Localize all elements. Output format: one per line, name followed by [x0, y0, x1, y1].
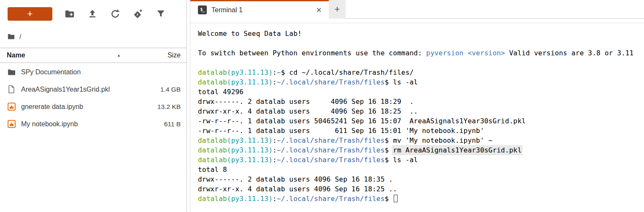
terminal-text-segment: ~/.local/share/Trash/files: [277, 156, 385, 164]
file-row[interactable]: AreaASignals1Year1sGrid.pkl1.4 GB: [0, 81, 187, 98]
file-name: My notebook.ipynb: [21, 120, 78, 128]
terminal-text-segment: :: [273, 136, 277, 144]
terminal-text-segment: :: [273, 146, 277, 154]
terminal-line: total 8: [198, 165, 644, 174]
file-size: 13.2 KB: [154, 103, 181, 111]
terminal-text-segment: rm AreaASignals1Year30sGrid.pkl: [393, 146, 522, 154]
notebook-icon: [8, 103, 16, 111]
sort-caret-up-icon[interactable]: ▲: [117, 53, 121, 57]
terminal-line: datalab(py3.11.13):~/.local/share/Trash/…: [198, 155, 644, 165]
terminal-line: drwxr-xr-x. 4 datalab users 4096 Sep 16 …: [198, 106, 644, 116]
terminal-line: Welcome to Seeq Data Lab!: [198, 29, 644, 38]
terminal-text-segment: :: [273, 156, 277, 164]
file-name: SPy Documentation: [21, 68, 81, 76]
size-column-header[interactable]: Size: [168, 52, 181, 59]
breadcrumb[interactable]: /: [8, 32, 21, 41]
root-folder-icon: [8, 33, 15, 40]
terminal-text-segment: datalab: [198, 78, 227, 86]
terminal-line: datalab(py3.11.13):~$ cd ~/.local/share/…: [198, 68, 644, 77]
terminal-text-segment: (py3.11.13): [227, 195, 273, 203]
upload-button[interactable]: [87, 8, 98, 19]
terminal-text-segment: ~/.local/share/Trash/files: [277, 136, 385, 144]
file-icon: [8, 85, 15, 94]
terminal-text-segment: :: [273, 68, 277, 76]
terminal-text-segment: drwxr-xr-x. 4 datalab users 4096 Sep 16 …: [198, 185, 397, 193]
terminal-text-segment: -rw-r--r--. 1 datalab users 611 Sep 16 1…: [198, 127, 484, 135]
terminal-line: datalab(py3.11.13):~/.local/share/Trash/…: [198, 145, 644, 155]
file-list: SPy DocumentationAreaASignals1Year1sGrid…: [0, 63, 187, 133]
tab-bar: $_ Terminal 1 × +: [190, 0, 644, 19]
terminal-output[interactable]: Welcome to Seeq Data Lab! To switch betw…: [190, 23, 644, 204]
terminal-panel: $_ Terminal 1 × + Welcome to Seeq Data L…: [190, 0, 644, 212]
terminal-text-segment: total 8: [198, 166, 227, 174]
terminal-text-segment: $: [385, 195, 393, 203]
file-name: gnererate data.ipynb: [21, 103, 83, 111]
terminal-text-segment: ~/.local/share/Trash/files: [277, 146, 385, 154]
file-browser-panel: +: [0, 0, 187, 212]
name-column-header[interactable]: Name: [7, 52, 25, 59]
file-row[interactable]: My notebook.ipynb611 B: [0, 115, 187, 133]
file-row[interactable]: SPy Documentation: [0, 63, 187, 81]
notebook-icon: [8, 120, 16, 128]
file-browser-toolbar: +: [8, 7, 166, 21]
terminal-text-segment: $ mv 'My notebook.ipynb' ~: [385, 136, 493, 144]
terminal-text-segment: ~/.local/share/Trash/files: [277, 78, 385, 86]
terminal-icon: $_: [198, 5, 207, 14]
terminal-text-segment: pyversion <version>: [426, 49, 505, 57]
terminal-line: drwxr-xr-x. 4 datalab users 4096 Sep 16 …: [198, 184, 644, 194]
upload-icon: [87, 9, 97, 19]
filter-button[interactable]: [155, 8, 166, 19]
terminal-line: [198, 38, 644, 48]
terminal-text-segment: ~/.local/share/Trash/files: [277, 195, 385, 203]
file-row[interactable]: gnererate data.ipynb13.2 KB: [0, 98, 187, 115]
terminal-text-segment: To switch between Python environments us…: [198, 49, 426, 57]
terminal-text-segment: (py3.11.13): [227, 78, 273, 86]
new-tab-button[interactable]: +: [329, 0, 346, 19]
terminal-text-segment: ~: [277, 68, 281, 76]
terminal-text-segment: Valid versions are 3.8 or 3.11: [505, 49, 634, 57]
terminal-line: To switch between Python environments us…: [198, 48, 644, 58]
filter-icon: [156, 9, 165, 19]
terminal-line: total 49296: [198, 87, 644, 97]
terminal-text-segment: drwxr-xr-x. 4 datalab users 4096 Sep 16 …: [198, 107, 418, 115]
terminal-text-segment: $ ls -al: [385, 156, 418, 164]
terminal-text-segment: $: [385, 146, 393, 154]
tab-terminal-1[interactable]: $_ Terminal 1 ×: [190, 0, 329, 19]
new-folder-icon: [65, 9, 75, 19]
folder-icon: [8, 69, 16, 76]
terminal-text-segment: :: [273, 78, 277, 86]
terminal-text-segment: (py3.11.13): [227, 146, 273, 154]
file-name: AreaASignals1Year1sGrid.pkl: [21, 86, 110, 93]
terminal-text-segment: (py3.11.13): [227, 68, 273, 76]
terminal-cursor: [394, 195, 398, 202]
terminal-text-segment: $ cd ~/.local/share/Trash/files/: [281, 68, 414, 76]
new-folder-button[interactable]: [64, 8, 75, 19]
terminal-container: Welcome to Seeq Data Lab! To switch betw…: [190, 23, 644, 212]
terminal-line: datalab(py3.11.13):~/.local/share/Trash/…: [198, 194, 644, 204]
terminal-text-segment: drwx------. 2 datalab users 4096 Sep 16 …: [198, 175, 393, 183]
terminal-line: drwx------. 2 datalab users 4096 Sep 16 …: [198, 97, 644, 106]
terminal-text-segment: datalab: [198, 156, 227, 164]
terminal-line: -rw-r--r--. 1 datalab users 611 Sep 16 1…: [198, 126, 644, 136]
terminal-text-segment: datalab: [198, 68, 227, 76]
breadcrumb-path: /: [19, 33, 21, 40]
file-list-header: Name ▲ Size: [0, 48, 187, 63]
terminal-text-segment: $ ls -al: [385, 78, 418, 86]
file-size: 1.4 GB: [157, 86, 181, 93]
refresh-icon: [110, 9, 120, 19]
file-size: 611 B: [161, 120, 181, 128]
tab-label: Terminal 1: [211, 6, 243, 14]
terminal-text-segment: total 49296: [198, 88, 244, 96]
terminal-text-segment: (py3.11.13): [227, 136, 273, 144]
terminal-text-segment: :: [273, 195, 277, 203]
terminal-line: [198, 58, 644, 68]
terminal-text-segment: -rw-r--r--. 1 datalab users 50465241 Sep…: [198, 117, 526, 125]
terminal-text-segment: drwx------. 2 datalab users 4096 Sep 16 …: [198, 98, 414, 106]
new-launcher-button[interactable]: +: [8, 7, 52, 21]
refresh-button[interactable]: [110, 8, 121, 19]
terminal-line: drwx------. 2 datalab users 4096 Sep 16 …: [198, 174, 644, 184]
terminal-line: datalab(py3.11.13):~/.local/share/Trash/…: [198, 136, 644, 145]
close-tab-icon[interactable]: ×: [314, 5, 323, 16]
tag-plus-button[interactable]: [133, 8, 143, 19]
terminal-line: -rw-r--r--. 1 datalab users 50465241 Sep…: [198, 116, 644, 126]
